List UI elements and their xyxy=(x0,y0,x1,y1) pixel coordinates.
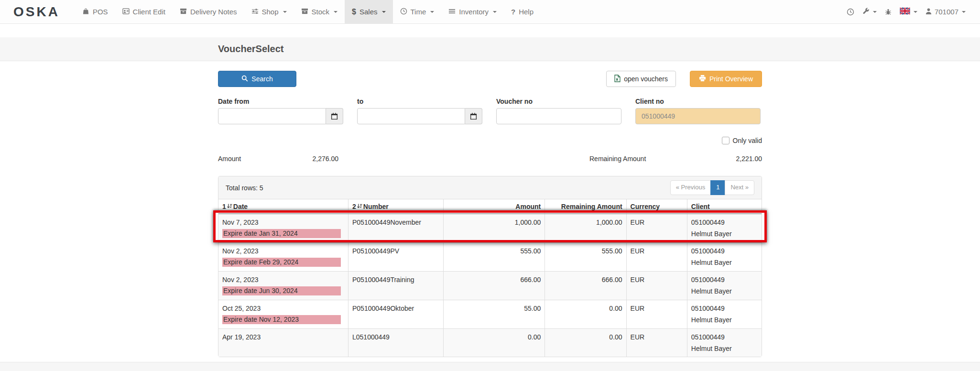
pagination-page-1-button[interactable]: 1 xyxy=(710,180,725,195)
language-menu[interactable] xyxy=(900,8,917,16)
print-overview-label: Print Overview xyxy=(709,75,753,83)
chevron-down-icon xyxy=(430,11,434,13)
page-title: VoucherSelect xyxy=(218,44,283,54)
pagination-next-button[interactable]: Next » xyxy=(725,180,754,195)
expire-date-badge: Expire date Feb 29, 2024 xyxy=(222,258,341,267)
printer-icon xyxy=(699,75,706,83)
table-header-row: 1Date 2Number Amount Remaining Amount Cu… xyxy=(218,199,762,214)
voucher-no-label: Voucher no xyxy=(496,98,621,105)
column-header-amount[interactable]: Amount xyxy=(443,199,544,214)
amount-label: Amount xyxy=(218,155,290,163)
pagination-previous-button[interactable]: « Previous xyxy=(670,180,711,195)
list-icon xyxy=(448,8,456,16)
nav-item-label: Sales xyxy=(359,8,378,16)
archive-box-icon xyxy=(301,8,308,16)
client-no-label: Client no xyxy=(635,98,761,105)
nav-item-time[interactable]: Time xyxy=(393,0,442,23)
remaining-amount-label: Remaining Amount xyxy=(589,155,649,163)
nav-item-client-edit[interactable]: Client Edit xyxy=(115,0,173,23)
excel-file-icon xyxy=(614,75,621,84)
dollar-icon: $ xyxy=(352,8,356,16)
clock-icon xyxy=(400,8,407,16)
column-header-number[interactable]: 2Number xyxy=(348,199,444,214)
brand-logo[interactable]: OSKA xyxy=(13,4,60,20)
nav-item-label: Delivery Notes xyxy=(190,8,237,16)
voucher-no-input[interactable] xyxy=(496,108,621,124)
search-icon xyxy=(241,75,248,83)
open-vouchers-button[interactable]: open vouchers xyxy=(606,71,676,87)
question-icon: ? xyxy=(511,8,515,16)
column-header-date[interactable]: 1Date xyxy=(218,199,348,214)
date-from-label: Date from xyxy=(218,98,343,105)
amount-value: 2,276.00 xyxy=(290,155,338,163)
table-row[interactable]: Oct 25, 2023Expire date Nov 12, 2023 P05… xyxy=(218,300,762,329)
nav-item-pos[interactable]: POS xyxy=(75,0,115,23)
table-row[interactable]: Nov 2, 2023Expire date Feb 29, 2024 P051… xyxy=(218,243,762,272)
bug-icon[interactable] xyxy=(884,8,892,16)
sort-icon xyxy=(227,203,233,210)
nav-item-label: Time xyxy=(411,8,426,16)
calendar-icon[interactable] xyxy=(465,108,482,124)
total-rows-label: Total rows: 5 xyxy=(226,184,263,192)
table-row[interactable]: Nov 2, 2023Expire date Jun 30, 2024 P051… xyxy=(218,272,762,300)
nav-item-sales[interactable]: $ Sales xyxy=(345,0,392,23)
nav-item-shop[interactable]: Shop xyxy=(244,0,294,23)
nav-item-label: Inventory xyxy=(459,8,489,16)
column-header-remaining-amount[interactable]: Remaining Amount xyxy=(545,199,626,214)
id-card-icon xyxy=(122,8,130,16)
user-id: 701007 xyxy=(935,8,958,16)
archive-box-icon xyxy=(180,8,187,16)
voucher-table-panel: Total rows: 5 « Previous 1 Next » 1Date xyxy=(218,176,762,357)
search-button-label: Search xyxy=(251,75,272,83)
nav-item-label: Stock xyxy=(312,8,330,16)
top-navbar: OSKA POS Client Edit Delivery Notes Shop… xyxy=(0,0,980,24)
sliders-icon xyxy=(251,8,259,16)
nav-item-delivery-notes[interactable]: Delivery Notes xyxy=(173,0,244,23)
sort-icon xyxy=(357,203,363,210)
column-header-currency[interactable]: Currency xyxy=(626,199,687,214)
nav-item-label: Client Edit xyxy=(133,8,165,16)
table-row[interactable]: Nov 7, 2023Expire date Jan 31, 2024 P051… xyxy=(218,214,762,243)
navbar-right: 701007 xyxy=(847,0,980,23)
uk-flag-icon xyxy=(900,8,910,16)
client-no-input[interactable] xyxy=(635,108,761,124)
voucher-table: 1Date 2Number Amount Remaining Amount Cu… xyxy=(218,199,762,357)
chevron-down-icon xyxy=(334,11,338,13)
person-icon xyxy=(925,8,932,16)
expire-date-badge: Expire date Jan 31, 2024 xyxy=(222,229,341,238)
search-button[interactable]: Search xyxy=(218,71,296,87)
table-row[interactable]: Apr 19, 2023 L051000449 0.00 0.00 EUR 05… xyxy=(218,329,762,357)
chevron-down-icon xyxy=(283,11,287,13)
pagination: « Previous 1 Next » xyxy=(670,180,754,195)
remaining-amount-value: 2,221.00 xyxy=(649,155,762,163)
nav-item-stock[interactable]: Stock xyxy=(294,0,345,23)
print-overview-button[interactable]: Print Overview xyxy=(690,71,762,87)
calendar-icon[interactable] xyxy=(326,108,343,124)
only-valid-label: Only valid xyxy=(733,137,762,144)
page-header: VoucherSelect xyxy=(0,37,980,61)
nav-item-help[interactable]: ? Help xyxy=(504,0,541,23)
chevron-down-icon xyxy=(493,11,497,13)
clock-icon[interactable] xyxy=(847,8,854,16)
footer-bar xyxy=(0,362,980,371)
nav-item-label: Shop xyxy=(262,8,279,16)
date-to-input[interactable] xyxy=(357,108,465,124)
expire-date-badge: Expire date Nov 12, 2023 xyxy=(222,315,341,324)
chevron-down-icon xyxy=(914,11,917,13)
shopping-bag-icon xyxy=(82,8,89,16)
wrench-icon xyxy=(862,7,870,16)
chevron-down-icon xyxy=(962,11,966,13)
open-vouchers-label: open vouchers xyxy=(624,75,668,83)
nav-item-label: Help xyxy=(519,8,534,16)
nav-item-label: POS xyxy=(93,8,108,16)
wrench-menu[interactable] xyxy=(862,7,877,16)
only-valid-checkbox[interactable] xyxy=(722,137,730,144)
date-to-label: to xyxy=(357,98,482,105)
chevron-down-icon xyxy=(873,11,877,13)
expire-date-badge: Expire date Jun 30, 2024 xyxy=(222,286,341,295)
chevron-down-icon xyxy=(382,11,386,13)
column-header-client[interactable]: Client xyxy=(687,199,762,214)
user-menu[interactable]: 701007 xyxy=(925,8,966,16)
date-from-input[interactable] xyxy=(218,108,326,124)
nav-item-inventory[interactable]: Inventory xyxy=(441,0,504,23)
